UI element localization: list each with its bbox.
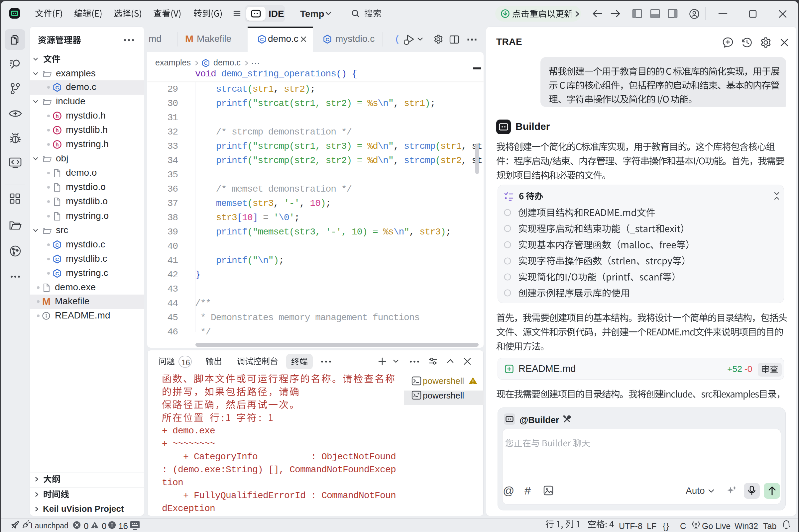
svg-text:h: h [55, 128, 59, 133]
svg-text:C: C [55, 85, 59, 90]
svg-text:h: h [55, 113, 59, 119]
svg-text:C: C [55, 271, 59, 276]
svg-text:C: C [204, 60, 207, 66]
svg-text:C: C [55, 256, 59, 262]
svg-text:C: C [260, 37, 264, 42]
svg-text:h: h [55, 142, 59, 148]
svg-text:C: C [326, 37, 329, 42]
svg-text:C: C [55, 242, 59, 248]
